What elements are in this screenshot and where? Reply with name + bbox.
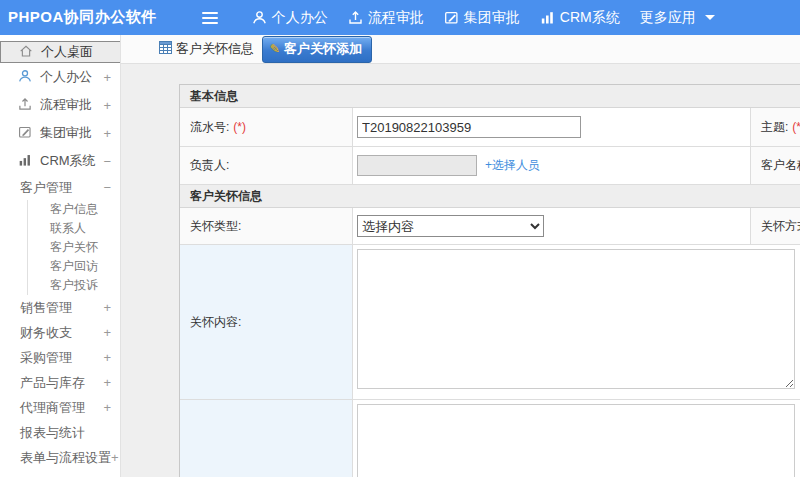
- menu-toggle-icon[interactable]: [202, 12, 218, 24]
- care-method-label: 关怀方式:: [751, 208, 800, 244]
- care-content-textarea[interactable]: [357, 249, 795, 389]
- tab-customer-care-add[interactable]: ✎ 客户关怀添加: [262, 36, 372, 63]
- sidebar-item-products-inventory[interactable]: 产品与库存 +: [0, 370, 120, 395]
- section-header-care-info: 客户关怀信息: [180, 185, 800, 208]
- care-type-select[interactable]: 选择内容: [357, 215, 544, 237]
- sidebar: 个人桌面 个人办公 + 流程审批 + 集团审批 +: [0, 35, 121, 477]
- sidebar-item-customer-complaint[interactable]: 客户投诉: [27, 276, 120, 295]
- extra-label: [180, 400, 353, 477]
- home-icon: [19, 44, 33, 61]
- caret-down-icon: [705, 15, 715, 20]
- form-row-care-content: 关怀内容:: [180, 245, 800, 400]
- sidebar-item-customer-management[interactable]: 客户管理 −: [0, 175, 120, 200]
- sidebar-item-customer-care[interactable]: 客户关怀: [27, 238, 120, 257]
- topbar: PHPOA协同办公软件 个人办公 流程审批 集团审批 CRM系统: [0, 0, 800, 35]
- section-header-basic-info: 基本信息: [180, 85, 800, 108]
- expander[interactable]: +: [103, 70, 111, 85]
- extra-textarea[interactable]: [357, 404, 795, 477]
- serial-label: 流水号:(*): [180, 108, 353, 146]
- required-mark: (*): [233, 120, 246, 134]
- sidebar-item-customer-info[interactable]: 客户信息: [27, 200, 120, 219]
- app-logo: PHPOA协同办公软件: [0, 8, 157, 27]
- sidebar-item-reports-stats[interactable]: 报表与统计: [0, 420, 120, 445]
- approval-flow-icon: [18, 97, 32, 114]
- nav-group-approval[interactable]: 集团审批: [434, 0, 530, 35]
- sidebar-item-admin-office[interactable]: 行政办公 +: [0, 470, 120, 477]
- sidebar-item-group-approval[interactable]: 集团审批 +: [0, 119, 120, 147]
- care-type-label: 关怀类型:: [180, 208, 353, 244]
- sidebar-item-purchasing[interactable]: 采购管理 +: [0, 345, 120, 370]
- form-row-care-type: 关怀类型: 选择内容 关怀方式:: [180, 208, 800, 245]
- nav-crm[interactable]: CRM系统: [530, 0, 630, 35]
- expander[interactable]: +: [103, 350, 111, 365]
- sidebar-item-workflow-approval[interactable]: 流程审批 +: [0, 91, 120, 119]
- expander[interactable]: +: [103, 325, 111, 340]
- crm-chart-icon: [540, 10, 555, 25]
- sidebar-item-personal-desktop[interactable]: 个人桌面: [0, 41, 121, 63]
- nav-personal-office[interactable]: 个人办公: [242, 0, 338, 35]
- form-row-owner: 负责人: +选择人员 客户名称:(*): [180, 147, 800, 185]
- serial-input[interactable]: [357, 116, 581, 138]
- edit-icon: ✎: [270, 42, 280, 56]
- expander[interactable]: +: [103, 375, 111, 390]
- expander[interactable]: −: [103, 154, 111, 169]
- nav-workflow-approval[interactable]: 流程审批: [338, 0, 434, 35]
- owner-label: 负责人:: [180, 147, 353, 184]
- expander[interactable]: +: [111, 450, 119, 465]
- customer-care-form: 基本信息 流水号:(*) 主题:(*) 负责人:: [179, 84, 800, 477]
- sidebar-item-form-flow-settings[interactable]: 表单与流程设置 +: [0, 445, 120, 470]
- nav-more-apps[interactable]: 更多应用: [630, 0, 725, 35]
- sidebar-item-contacts[interactable]: 联系人: [27, 219, 120, 238]
- expander[interactable]: +: [103, 126, 111, 141]
- content-area: 客户关怀信息 ✎ 客户关怀添加 基本信息 流水号:(*) 主题:(*): [121, 35, 800, 477]
- sidebar-item-finance[interactable]: 财务收支 +: [0, 320, 120, 345]
- user-icon: [18, 69, 32, 86]
- owner-input: [357, 155, 477, 176]
- care-content-label: 关怀内容:: [180, 245, 353, 399]
- crm-chart-icon: [18, 153, 32, 170]
- select-person-link[interactable]: +选择人员: [485, 157, 540, 174]
- tab-bar: 客户关怀信息 ✎ 客户关怀添加: [121, 35, 800, 64]
- approval-flow-icon: [348, 10, 363, 25]
- table-icon: [159, 41, 172, 57]
- group-approval-icon: [18, 125, 32, 142]
- customer-name-label: 客户名称:(*): [751, 147, 800, 184]
- expander[interactable]: +: [103, 300, 111, 315]
- group-approval-icon: [444, 10, 459, 25]
- form-row-extra: [180, 400, 800, 477]
- user-icon: [252, 10, 267, 25]
- expander[interactable]: −: [103, 180, 111, 195]
- subject-label: 主题:(*): [751, 108, 800, 146]
- required-mark: (*): [792, 120, 800, 134]
- sidebar-item-agent-management[interactable]: 代理商管理 +: [0, 395, 120, 420]
- sidebar-item-customer-revisit[interactable]: 客户回访: [27, 257, 120, 276]
- tab-customer-care-info[interactable]: 客户关怀信息: [159, 40, 254, 58]
- top-nav: 个人办公 流程审批 集团审批 CRM系统 更多应用: [242, 0, 725, 35]
- form-row-serial: 流水号:(*) 主题:(*): [180, 108, 800, 147]
- expander[interactable]: +: [103, 98, 111, 113]
- sidebar-item-personal-office[interactable]: 个人办公 +: [0, 63, 120, 91]
- sidebar-item-crm[interactable]: CRM系统 −: [0, 147, 120, 175]
- expander[interactable]: +: [103, 400, 111, 415]
- sidebar-item-sales-management[interactable]: 销售管理 +: [0, 295, 120, 320]
